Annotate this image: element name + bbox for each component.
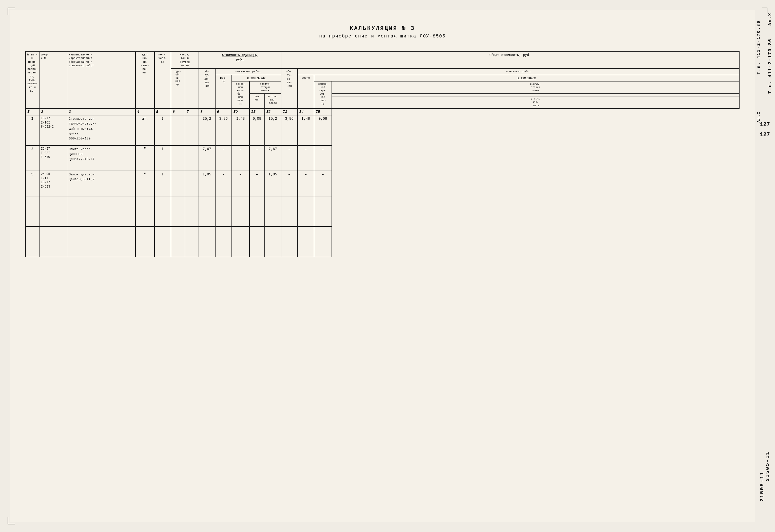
row3-total-mont-all: – xyxy=(281,171,297,196)
row1-price-mont-expl: 0,08 xyxy=(249,115,265,146)
row1-total-mont-all: 3,86 xyxy=(281,115,297,146)
colnum-6: 6 xyxy=(171,109,185,115)
row1-num: I xyxy=(26,115,39,146)
row1-name: Стоимость ме-таллоконструк-ций и монтажщ… xyxy=(67,115,135,146)
table-row-1: I I5-I7I-IOI8-6I2-2 Стоимость ме-таллоко… xyxy=(26,115,739,146)
bottom-number: 21505-11 xyxy=(765,451,770,481)
colnum-5: 5 xyxy=(154,109,171,115)
right-side-label: Т.п. 411-2-170.86 Ал.Х xyxy=(767,13,772,94)
header-col5: Коли-чест-во xyxy=(154,52,171,109)
colnum-15: I5 xyxy=(314,109,332,115)
header-price-mont-label: монтажных работ xyxy=(215,69,281,75)
row1-price-obo: I5,2 xyxy=(199,115,215,146)
title-main: КАЛЬКУЛЯЦИЯ № 3 xyxy=(10,25,755,32)
row3-unit: " xyxy=(135,171,154,196)
header-price-expl-label: эксплу-атациимашин xyxy=(249,81,281,94)
row2-price-obo: 7,67 xyxy=(199,146,215,171)
header-total-expl-zarplaty: в т.ч.зар-платы xyxy=(332,96,739,109)
main-table-wrapper: № шп и №пози-цийпрейс-куран-та,УСН,ценни… xyxy=(25,51,740,257)
page: КАЛЬКУЛЯЦИЯ № 3 на приобретение и монтаж… xyxy=(10,10,755,522)
row1-price-mont-all: 3,86 xyxy=(215,115,232,146)
table-row-3: 3 24-05I-IIII5-I7I-5I3 Замок щитовойЦена… xyxy=(26,171,739,196)
row2-price-mont-osnov: – xyxy=(232,146,249,171)
row3-num: 3 xyxy=(26,171,39,196)
header-mass-edi: еди-об-ни- щаяцн xyxy=(171,69,185,109)
corner-mark-tr xyxy=(762,8,767,13)
row3-mass-b xyxy=(171,171,185,196)
title-sub: на приобретение и монтаж щитка ЯОУ-8505 xyxy=(10,34,755,39)
row3-total-expl: – xyxy=(314,171,332,196)
table-row-empty-2 xyxy=(26,227,739,257)
header-price-obo: обо-ру-до-ва-ния xyxy=(199,69,215,109)
row1-total-expl: 0,08 xyxy=(314,115,332,146)
right-label-tp: Т.п. 411-2-170.86 xyxy=(757,20,761,74)
row2-total-obo: 7,67 xyxy=(265,146,281,171)
colnum-9: 9 xyxy=(215,109,232,115)
page-number: 127 xyxy=(760,132,770,138)
row3-name: Замок щитовойЦена:0,65+I,2 xyxy=(67,171,135,196)
row2-price-mont-expl: – xyxy=(249,146,265,171)
header-stoimost-label: Стоимость единицы,руб. xyxy=(199,52,281,69)
colnum-10: IO xyxy=(232,109,249,115)
row2-qty: I xyxy=(154,146,171,171)
colnum-11: II xyxy=(249,109,265,115)
header-price-expl-zarplaty: в т.ч.зар-платы xyxy=(265,94,281,109)
header-mass-blank xyxy=(185,69,199,109)
table-row-2: 2 I5-I7I-02II-5IO Плита изоля-ционнаяЦен… xyxy=(26,146,739,171)
row1-total-obo: I5,2 xyxy=(265,115,281,146)
row2-code: I5-I7I-02II-5IO xyxy=(39,146,67,171)
header-price-expl-vania: ва-ния xyxy=(249,94,265,109)
row3-price-mont-expl: – xyxy=(249,171,265,196)
header-row-1: № шп и №пози-цийпрейс-куран-та,УСН,ценни… xyxy=(26,52,739,69)
row2-mass-b xyxy=(171,146,185,171)
row1-total-osnov: I,48 xyxy=(297,115,314,146)
colnum-2: 2 xyxy=(39,109,67,115)
header-total-mont-label: монтажных работ xyxy=(297,69,739,75)
title-area: КАЛЬКУЛЯЦИЯ № 3 на приобретение и монтаж… xyxy=(10,10,755,44)
row3-mass-n xyxy=(185,171,199,196)
row1-unit: шт. xyxy=(135,115,154,146)
header-total-expl-label: эксплу-атациимашин xyxy=(332,81,739,94)
col-num-row: I 2 3 4 5 6 7 8 9 IO II I2 I3 I4 I5 xyxy=(26,109,739,115)
header-col6: Масса,тонныбруттонетто xyxy=(171,52,199,69)
header-total-expl-vania xyxy=(332,94,739,96)
row1-price-mont-osnov: I,48 xyxy=(232,115,249,146)
colnum-13: I3 xyxy=(281,109,297,115)
header-col1: № шп и №пози-цийпрейс-куран-та,УСН,ценни… xyxy=(26,52,39,109)
colnum-8: 8 xyxy=(199,109,215,115)
row3-price-obo: I,85 xyxy=(199,171,215,196)
table-row-empty-1 xyxy=(26,196,739,227)
colnum-14: I4 xyxy=(297,109,314,115)
row1-mass-n xyxy=(185,115,199,146)
row3-total-osnov: – xyxy=(297,171,314,196)
colnum-12: I2 xyxy=(265,109,281,115)
colnum-4: 4 xyxy=(135,109,154,115)
row2-mass-n xyxy=(185,146,199,171)
header-col4: Еди-ни-цаизме-ре-ния xyxy=(135,52,154,109)
header-obshaya-label: Общая стоимость, руб. xyxy=(281,52,739,69)
row3-price-mont-all: – xyxy=(215,171,232,196)
row3-price-mont-osnov: – xyxy=(232,171,249,196)
header-price-mont-vsego: все-го xyxy=(215,75,232,109)
row2-name: Плита изоля-ционнаяЦена:7,2+0,47 xyxy=(67,146,135,171)
row3-total-obo: I,85 xyxy=(265,171,281,196)
row2-total-mont-all: – xyxy=(281,146,297,171)
sheet-label: Ал.Х xyxy=(767,13,772,26)
row2-total-osnov: – xyxy=(297,146,314,171)
header-col3: Наименование ихарактеристикаоборудования… xyxy=(67,52,135,109)
header-col2: Шифри № xyxy=(39,52,67,109)
colnum-3: 3 xyxy=(67,109,135,115)
tp-label: Т.п. 411-2-170.86 xyxy=(767,38,772,94)
header-total-vtch: в том числе xyxy=(314,75,739,81)
colnum-1: I xyxy=(26,109,39,115)
row2-price-mont-all: – xyxy=(215,146,232,171)
colnum-7: 7 xyxy=(185,109,199,115)
right-label-sheet: Ал.Х xyxy=(757,111,761,122)
row1-mass-b xyxy=(171,115,185,146)
row1-qty: I xyxy=(154,115,171,146)
row2-num: 2 xyxy=(26,146,39,171)
header-price-osnov: основ-нойзара-бот-нойпла-ты xyxy=(232,81,249,109)
main-table: № шп и №пози-цийпрейс-куран-та,УСН,ценни… xyxy=(25,51,740,257)
header-total-obo: обо-ру-до-ва-ния xyxy=(281,69,297,109)
right-page-num-display: 127 xyxy=(760,121,770,128)
